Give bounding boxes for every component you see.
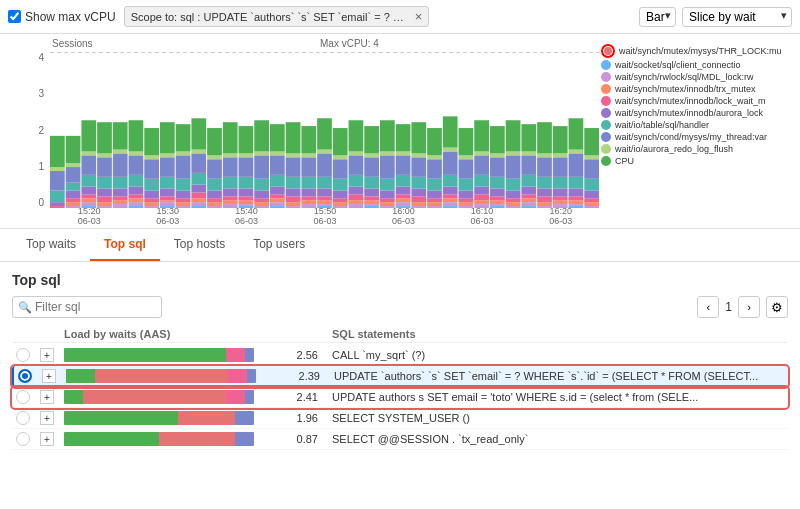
svg-rect-281	[569, 153, 584, 176]
table-row: + 1.96 SELECT SYSTEM_USER ()	[12, 408, 788, 429]
svg-rect-252	[521, 198, 536, 202]
svg-rect-106	[239, 153, 254, 157]
svg-rect-38	[113, 150, 128, 154]
svg-rect-230	[474, 155, 489, 175]
filter-row: 🔍 ‹ 1 › ⚙	[12, 296, 788, 318]
svg-rect-170	[364, 189, 379, 197]
svg-rect-137	[301, 177, 316, 189]
svg-rect-44	[129, 187, 144, 195]
row-bar-1	[66, 369, 286, 383]
row-radio-1[interactable]	[18, 369, 32, 383]
legend-label-7: wait/synch/cond/mysys/my_thread:var	[615, 132, 767, 142]
svg-rect-258	[521, 124, 536, 151]
next-page-button[interactable]: ›	[738, 296, 760, 318]
x-axis: 15:2006-03 15:3006-03 15:4006-03 15:5006…	[50, 206, 600, 226]
row-radio-4[interactable]	[16, 432, 30, 446]
show-maxvcpu-checkbox[interactable]: Show max vCPU	[8, 10, 116, 24]
svg-rect-165	[349, 120, 364, 151]
filter-input[interactable]	[12, 296, 162, 318]
svg-rect-240	[490, 153, 505, 157]
svg-rect-261	[537, 196, 552, 202]
scope-close-icon[interactable]: ×	[415, 9, 423, 24]
chart-type-select[interactable]: Bar Line	[639, 7, 676, 27]
svg-rect-114	[254, 151, 269, 155]
content-area: Top sql 🔍 ‹ 1 › ⚙ Load by waits (AAS) SQ…	[0, 262, 800, 460]
svg-rect-194	[411, 196, 426, 202]
tab-top-sql[interactable]: Top sql	[90, 229, 160, 261]
svg-rect-174	[364, 126, 379, 153]
row-expand-0[interactable]: +	[40, 348, 54, 362]
svg-rect-14	[66, 136, 81, 163]
svg-rect-266	[537, 122, 552, 153]
svg-rect-138	[301, 157, 316, 177]
svg-rect-245	[506, 190, 521, 198]
tab-top-users[interactable]: Top users	[239, 229, 319, 261]
legend-item-5: wait/synch/mutex/innodb/aurora_lock	[601, 108, 796, 118]
table-row: + 2.39 UPDATE `authors` `s` SET `email` …	[12, 366, 788, 387]
row-radio-3[interactable]	[16, 411, 30, 425]
row-sql-3[interactable]: SELECT SYSTEM_USER ()	[332, 412, 784, 424]
svg-rect-124	[270, 124, 285, 151]
svg-rect-198	[411, 153, 426, 157]
svg-rect-161	[349, 187, 364, 195]
chart-type-select-wrapper[interactable]: Bar Line	[639, 7, 676, 27]
svg-rect-29	[97, 157, 112, 177]
row-sql-1[interactable]: UPDATE `authors` `s` SET `email` = ? WHE…	[334, 370, 784, 382]
row-sql-2[interactable]: UPDATE authors s SET email = 'toto' WHER…	[332, 391, 784, 403]
legend-color-9	[601, 156, 611, 166]
svg-rect-262	[537, 189, 552, 197]
svg-rect-134	[301, 200, 316, 204]
svg-rect-219	[459, 198, 474, 202]
prev-page-button[interactable]: ‹	[697, 296, 719, 318]
svg-rect-270	[553, 189, 568, 197]
chart-svg	[50, 52, 600, 208]
svg-rect-51	[144, 198, 159, 202]
row-expand-4[interactable]: +	[40, 432, 54, 446]
slice-select[interactable]: Slice by wait	[682, 7, 792, 27]
show-maxvcpu-label: Show max vCPU	[25, 10, 116, 24]
row-bar-4	[64, 432, 284, 446]
svg-rect-216	[443, 116, 458, 147]
y-label-4: 4	[4, 52, 44, 63]
svg-rect-187	[396, 187, 411, 195]
row-expand-1[interactable]: +	[42, 369, 56, 383]
svg-rect-188	[396, 175, 411, 187]
svg-rect-282	[569, 150, 584, 154]
legend-color-6	[601, 120, 611, 130]
svg-rect-59	[160, 200, 175, 202]
svg-rect-81	[191, 150, 206, 154]
svg-rect-148	[317, 150, 332, 154]
legend-label-0: wait/synch/mutex/mysys/THR_LOCK:mu	[619, 46, 782, 56]
svg-rect-95	[223, 177, 238, 189]
svg-rect-6	[50, 136, 65, 167]
chart-legend: wait/synch/mutex/mysys/THR_LOCK:mu wait/…	[601, 44, 796, 166]
svg-rect-94	[223, 189, 238, 197]
y-label-1: 1	[4, 161, 44, 172]
svg-rect-112	[254, 179, 269, 191]
legend-label-2: wait/synch/rwlock/sql/MDL_lock:rw	[615, 72, 754, 82]
table-header: Load by waits (AAS) SQL statements	[12, 326, 788, 343]
row-expand-2[interactable]: +	[40, 390, 54, 404]
settings-button[interactable]: ⚙	[766, 296, 788, 318]
tab-top-waits[interactable]: Top waits	[12, 229, 90, 261]
svg-rect-68	[176, 198, 191, 202]
row-expand-3[interactable]: +	[40, 411, 54, 425]
row-sql-0[interactable]: CALL `my_sqrt` (?)	[332, 349, 784, 361]
col-sql: SQL statements	[332, 328, 784, 340]
svg-rect-56	[144, 128, 159, 155]
legend-label-4: wait/synch/mutex/innodb/lock_wait_m	[615, 96, 766, 106]
svg-rect-211	[443, 194, 458, 198]
x-label-1: 15:3006-03	[156, 206, 179, 226]
svg-rect-283	[569, 118, 584, 149]
row-sql-4[interactable]: SELECT @@SESSION . `tx_read_only`	[332, 433, 784, 445]
svg-rect-113	[254, 155, 269, 178]
svg-rect-136	[301, 189, 316, 197]
toolbar: Show max vCPU Scope to: sql : UPDATE `au…	[0, 0, 800, 34]
row-radio-2[interactable]	[16, 390, 30, 404]
tab-top-hosts[interactable]: Top hosts	[160, 229, 239, 261]
svg-rect-80	[191, 153, 206, 173]
svg-rect-145	[317, 189, 332, 197]
svg-rect-131	[286, 153, 301, 157]
row-radio-0[interactable]	[16, 348, 30, 362]
slice-select-wrapper[interactable]: Slice by wait	[682, 7, 792, 27]
